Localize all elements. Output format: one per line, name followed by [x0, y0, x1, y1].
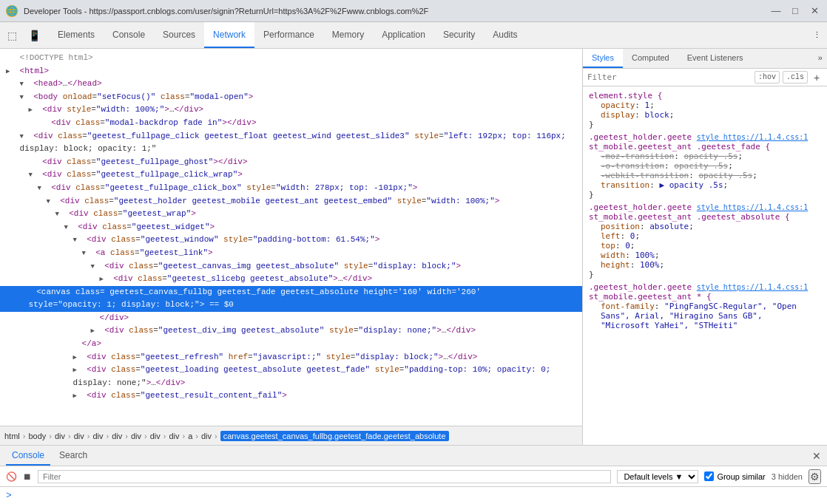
styles-filter-input[interactable] — [587, 72, 752, 82]
styles-add-button[interactable]: + — [811, 72, 823, 84]
console-clear-button[interactable]: 🚫 — [6, 471, 17, 482]
dom-line-div1[interactable]: <div style="width: 100%;">…</div> — [0, 103, 582, 117]
crumb-div3[interactable]: div — [92, 432, 103, 440]
dom-line-clickbox[interactable]: <div class="geetest_fullpage_click_box" … — [0, 182, 582, 195]
triangle-clickwrap[interactable] — [29, 170, 38, 180]
filter-cls[interactable]: .cls — [783, 71, 808, 84]
console-tab-search[interactable]: Search — [53, 446, 93, 466]
dom-line-div-img[interactable]: <div class="geetest_div_img geetest_abso… — [0, 324, 582, 338]
console-input[interactable] — [15, 491, 821, 500]
console-level-select[interactable]: Default levels ▼ — [617, 470, 698, 483]
crumb-html[interactable]: html — [4, 432, 20, 440]
style-source-absolute[interactable]: style https://1.1.4.css:1 — [697, 203, 809, 211]
triangle-holder[interactable] — [47, 197, 55, 207]
dom-line-body[interactable]: <body onload="setFocus()" class="modal-o… — [0, 91, 582, 104]
crumb-div2[interactable]: div — [74, 432, 84, 440]
tab-icon-group: ⬚ 📱 — [3, 22, 49, 48]
crumb-div7[interactable]: div — [169, 432, 179, 440]
dom-line-canvas-selected[interactable]: <canvas class= geetest_canvas_fullbg gee… — [0, 286, 582, 299]
triangle-fullpage[interactable] — [20, 132, 29, 142]
tabs-more-button[interactable]: ⋮ — [807, 22, 827, 48]
triangle-slicebg[interactable] — [100, 274, 109, 285]
dom-line-canvas-style[interactable]: style="opacity: 1; display: block;"> == … — [0, 299, 582, 312]
dom-line-modal-backdrop[interactable]: <div class="modal-backdrop fade in"></di… — [0, 117, 582, 130]
crumb-div8[interactable]: div — [201, 432, 212, 440]
device-icon[interactable]: 📱 — [25, 27, 43, 44]
console-filter-input[interactable] — [38, 470, 611, 483]
tab-security[interactable]: Security — [434, 22, 484, 48]
dom-line-loading[interactable]: <div class="geetest_loading geetest_abso… — [0, 364, 582, 377]
devtools-tabbar: ⬚ 📱 Elements Console Sources Network Per… — [0, 22, 827, 49]
style-rule-ant: .geetest_holder.geete style https://1.1.… — [583, 281, 827, 332]
filter-hov[interactable]: :hov — [755, 71, 780, 84]
styles-tab-more[interactable]: » — [813, 49, 827, 68]
styles-tab-computed[interactable]: Computed — [623, 49, 678, 68]
triangle-widget[interactable] — [64, 222, 73, 233]
dom-line-window[interactable]: <div class="geetest_window" style="paddi… — [0, 234, 582, 247]
tab-sources[interactable]: Sources — [154, 22, 204, 48]
dom-line-canvas-img[interactable]: <div class="geetest_canvas_img geetest_a… — [0, 260, 582, 273]
console-group-similar-text: Group similar — [717, 472, 765, 481]
style-source-ant[interactable]: style https://1.1.4.css:1 — [697, 283, 809, 291]
triangle-head[interactable] — [20, 79, 29, 89]
tab-application[interactable]: Application — [373, 22, 434, 48]
console-group-similar-label[interactable]: Group similar — [704, 471, 765, 481]
console-tab-console[interactable]: Console — [6, 446, 50, 466]
tab-audits[interactable]: Audits — [484, 22, 526, 48]
crumb-div6[interactable]: div — [150, 432, 161, 440]
triangle-canvas-img[interactable] — [91, 262, 100, 272]
dom-line-slicebg[interactable]: <div class="geetest_slicebg geetest_abso… — [0, 273, 582, 286]
tab-memory[interactable]: Memory — [323, 22, 373, 48]
style-rule-element: element.style { opacity: 1; display: blo… — [583, 89, 827, 131]
minimize-button[interactable]: — — [769, 4, 783, 18]
triangle-body[interactable] — [20, 92, 29, 103]
dom-line-wrap[interactable]: <div class="geetest_wrap"> — [0, 208, 582, 221]
inspect-icon[interactable]: ⬚ — [3, 27, 21, 44]
triangle-wrap[interactable] — [55, 209, 64, 219]
triangle-div-img[interactable] — [91, 326, 100, 336]
styles-tab-styles[interactable]: Styles — [583, 49, 623, 68]
console-close-button[interactable]: ✕ — [812, 450, 821, 462]
maximize-button[interactable]: □ — [789, 4, 802, 18]
console-group-similar-checkbox[interactable] — [704, 471, 714, 481]
crumb-div4[interactable]: div — [112, 432, 122, 440]
tab-console[interactable]: Console — [104, 22, 154, 48]
dom-line-holder[interactable]: <div class="geetest_holder geetest_mobil… — [0, 195, 582, 208]
tab-performance[interactable]: Performance — [254, 22, 323, 48]
dom-line-head[interactable]: <head>…</head> — [0, 78, 582, 91]
triangle-html[interactable] — [6, 67, 15, 77]
dom-line-ghost[interactable]: <div class="geetest_fullpage_ghost"></di… — [0, 156, 582, 169]
style-selector-element: element.style { — [589, 91, 821, 101]
dom-line-html[interactable]: <html> — [0, 65, 582, 78]
tab-network[interactable]: Network — [204, 22, 254, 48]
crumb-div5[interactable]: div — [131, 432, 141, 440]
dom-line-a[interactable]: <a class="geetest_link"> — [0, 247, 582, 260]
dom-line-widget[interactable]: <div class="geetest_widget"> — [0, 221, 582, 234]
console-stop-button[interactable]: ⏹ — [23, 471, 32, 482]
dom-line-clickwrap[interactable]: <div class="geetest_fullpage_click_wrap"… — [0, 168, 582, 182]
console-header: Console Search ✕ — [0, 446, 827, 466]
styles-tab-event-listeners[interactable]: Event Listeners — [678, 49, 752, 68]
triangle-div1[interactable] — [29, 105, 38, 115]
console-gear-button[interactable]: ⚙ — [809, 469, 821, 484]
triangle-clickbox[interactable] — [38, 183, 47, 194]
crumb-div1[interactable]: div — [55, 432, 65, 440]
crumb-body[interactable]: body — [28, 432, 46, 440]
tab-elements[interactable]: Elements — [49, 22, 104, 48]
styles-filter-bar: :hov .cls + — [583, 69, 827, 86]
crumb-canvas-selected[interactable]: canvas.geetest_canvas_fullbg.geetest_fad… — [220, 431, 449, 441]
triangle-a[interactable] — [82, 248, 91, 259]
style-source-fade[interactable]: style https://1.1.4.css:1 — [697, 133, 809, 141]
dom-line-fullpage[interactable]: <div class="geetest_fullpage_click geete… — [0, 130, 582, 143]
dom-line-result[interactable]: <div class="geetest_result_content_fail"… — [0, 389, 582, 403]
crumb-a[interactable]: a — [188, 432, 192, 440]
dom-tree[interactable]: <!DOCTYPE html> <html> <head>…</head> <b… — [0, 49, 582, 426]
triangle-refresh[interactable] — [73, 353, 82, 363]
dom-line-doctype: <!DOCTYPE html> — [0, 52, 582, 65]
triangle-loading[interactable] — [73, 365, 82, 375]
triangle-window[interactable] — [73, 235, 82, 245]
dom-line-refresh[interactable]: <div class="geetest_refresh" href="javas… — [0, 351, 582, 364]
close-button[interactable]: ✕ — [808, 4, 821, 18]
window-title: Developer Tools - https://passport.cnblo… — [24, 7, 769, 16]
triangle-result[interactable] — [73, 391, 82, 401]
